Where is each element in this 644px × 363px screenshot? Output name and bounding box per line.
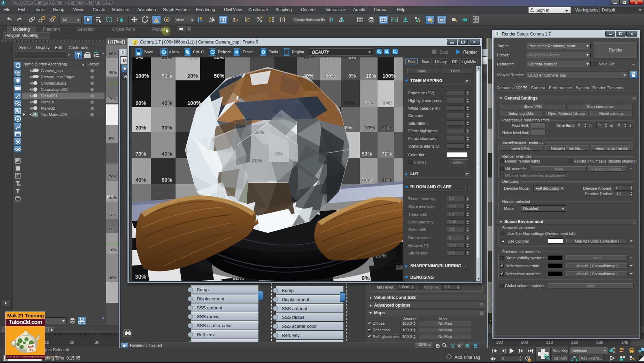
svg-text:70%: 70% bbox=[364, 100, 375, 106]
svg-text:100%: 100% bbox=[382, 73, 396, 79]
svg-text:100%: 100% bbox=[135, 73, 149, 79]
svg-text:0%: 0% bbox=[348, 57, 356, 60]
svg-text:}: } bbox=[284, 17, 286, 22]
svg-text:10%: 10% bbox=[364, 125, 375, 131]
svg-text:40%: 40% bbox=[302, 57, 313, 60]
svg-text:60%: 60% bbox=[345, 100, 355, 106]
svg-text:F: F bbox=[16, 174, 18, 178]
svg-text:80%: 80% bbox=[396, 265, 403, 271]
svg-text:{: { bbox=[280, 17, 282, 22]
svg-text:20%: 20% bbox=[382, 125, 392, 131]
svg-text:50%: 50% bbox=[162, 73, 172, 79]
svg-text:50%: 50% bbox=[214, 73, 224, 79]
svg-text:90%: 90% bbox=[135, 100, 146, 106]
svg-text:40%: 40% bbox=[382, 177, 392, 183]
svg-text:21: 21 bbox=[29, 348, 33, 352]
svg-text:M: M bbox=[474, 20, 475, 22]
svg-text:0%: 0% bbox=[135, 57, 143, 60]
svg-text:50%: 50% bbox=[362, 151, 372, 157]
svg-text:80%: 80% bbox=[162, 177, 172, 183]
svg-text:M: M bbox=[477, 17, 479, 19]
svg-text:100%: 100% bbox=[187, 100, 201, 106]
svg-text:70%: 70% bbox=[382, 151, 392, 157]
svg-text:0%: 0% bbox=[362, 275, 370, 281]
svg-text:50%: 50% bbox=[325, 57, 336, 60]
svg-text:10%: 10% bbox=[366, 73, 376, 79]
svg-text:40%: 40% bbox=[162, 100, 172, 106]
svg-text:M: M bbox=[474, 17, 475, 19]
svg-text:20%: 20% bbox=[273, 113, 282, 118]
svg-text:D: D bbox=[575, 356, 576, 358]
svg-text:40%: 40% bbox=[135, 177, 146, 183]
svg-text:30%: 30% bbox=[135, 274, 146, 280]
svg-text:30%: 30% bbox=[162, 125, 172, 131]
svg-text:20%: 20% bbox=[187, 73, 198, 79]
svg-text:30%: 30% bbox=[254, 129, 264, 135]
svg-text:20%: 20% bbox=[135, 125, 146, 131]
svg-text:40%: 40% bbox=[214, 57, 224, 60]
svg-text:3: 3 bbox=[233, 17, 235, 23]
svg-text:M: M bbox=[477, 20, 479, 22]
svg-text:80%: 80% bbox=[252, 158, 262, 164]
svg-text:0%: 0% bbox=[275, 151, 283, 157]
svg-text:30%: 30% bbox=[362, 177, 372, 183]
svg-text:30%: 30% bbox=[187, 57, 198, 60]
svg-text:70%: 70% bbox=[135, 151, 146, 157]
svg-text:40%: 40% bbox=[162, 151, 172, 157]
svg-text:0%: 0% bbox=[348, 73, 356, 79]
svg-text:30%: 30% bbox=[162, 57, 172, 60]
svg-text:0%: 0% bbox=[345, 125, 352, 131]
svg-text:80%: 80% bbox=[382, 100, 392, 106]
svg-text:50%: 50% bbox=[325, 73, 336, 79]
